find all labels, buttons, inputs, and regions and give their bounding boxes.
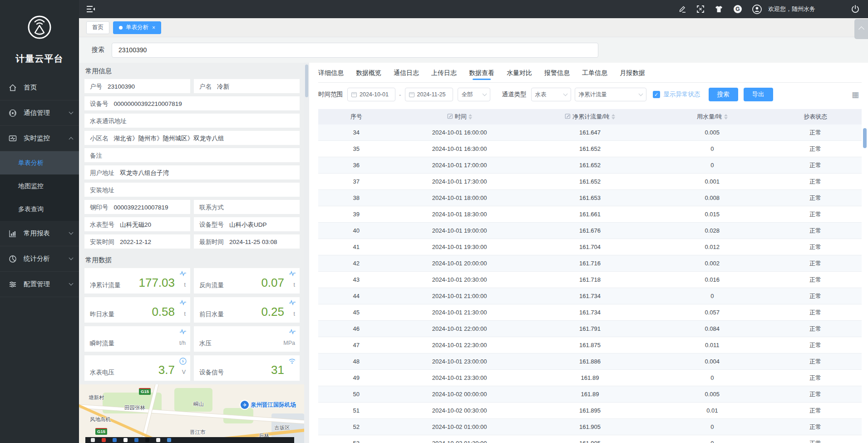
row-time: 2024-10-02 00:00:00 [395,391,525,398]
collapse-sidebar-icon[interactable] [86,5,95,13]
table-row[interactable]: 492024-10-01 23:30:00161.890正常 [318,370,862,386]
detail-tab[interactable]: 数据概览 [356,63,381,83]
edit-icon[interactable] [678,5,686,13]
table-row[interactable]: 462024-10-01 22:00:00161.7910.084正常 [318,321,862,337]
table-row[interactable]: 432024-10-01 20:30:00161.7180.016正常 [318,272,862,288]
user-avatar-icon[interactable] [752,5,762,14]
sort-carets-icon[interactable] [724,114,728,119]
sidebar-item-comm[interactable]: 通信管理 [0,100,79,126]
taskbar-icon[interactable] [167,438,171,442]
table-row[interactable]: 532024-10-02 01:30:00161.9050正常 [318,435,862,443]
row-total-flow: 161.875 [525,342,655,348]
svg-text:G: G [735,6,740,12]
sidebar-item-report[interactable]: 常用报表 [0,221,79,246]
table-column-header[interactable]: 时间 [395,113,525,121]
chevron-down-icon [563,91,567,96]
row-usage: 0.002 [655,260,769,267]
logout-power-icon[interactable] [851,5,860,14]
table-row[interactable]: 442024-10-01 21:00:00161.7340正常 [318,288,862,304]
field-label: 小区名 [90,135,108,142]
tab-single-meter-analysis[interactable]: 单表分析 × [113,21,161,34]
taskbar-icon[interactable] [156,438,160,442]
taskbar-icon[interactable] [102,438,106,442]
stat-value: 31 [271,363,284,377]
sidebar-item-config[interactable]: 配置管理 [0,272,79,297]
os-taskbar [85,437,294,443]
detail-tab[interactable]: 数据查看 [469,63,494,83]
google-icon[interactable]: G [733,5,742,14]
table-row[interactable]: 482024-10-01 23:00:00161.8860.004正常 [318,353,862,370]
map-place-label: 峒山 [193,401,204,408]
table-row[interactable]: 472024-10-01 22:30:00161.8750.011正常 [318,337,862,353]
airport-marker[interactable]: ✈ 泉州晋江国际机场 [241,401,296,409]
sidebar-subitem[interactable]: 单表分析 [0,151,79,174]
location-map[interactable]: 塘新村田园张林峒山风地岛机晋江市后林吉坂区G15G15 ✈ 泉州晋江国际机场 [79,384,304,443]
table-row[interactable]: 502024-10-02 00:00:00161.890.005正常 [318,386,862,403]
date-to-input[interactable]: 2024-11-25 [405,88,453,101]
channel-select-value: 水表 [535,91,547,99]
row-index: 39 [318,211,395,218]
table-scrollbar-thumb[interactable] [863,128,867,148]
table-row[interactable]: 382024-10-01 18:00:00161.6530.008正常 [318,190,862,206]
taskbar-icon[interactable] [145,438,149,442]
info-field: 户号23100390 [84,79,190,93]
scroll-top-button[interactable] [854,19,868,39]
table-row[interactable]: 392024-10-01 18:30:00161.6610.015正常 [318,206,862,223]
tab-home[interactable]: 首页 [86,21,109,34]
row-index: 46 [318,325,395,332]
table-row[interactable]: 342024-10-01 16:00:00161.6470.005正常 [318,124,862,141]
table-row[interactable]: 422024-10-01 20:00:00161.7160.002正常 [318,255,862,272]
theme-shirt-icon[interactable] [715,5,723,13]
table-row[interactable]: 412024-10-01 19:30:00161.7040.012正常 [318,239,862,255]
table-column-header[interactable]: 净累计流量/吨 [525,113,655,121]
search-input[interactable] [112,43,598,58]
sidebar-item-stats[interactable]: 统计分析 [0,246,79,272]
taskbar-icon[interactable] [91,438,95,442]
topbar: G 欢迎您，随州水务 [79,0,868,18]
table-column-header[interactable]: 用水量/吨 [655,113,769,121]
detail-tab[interactable]: 详细信息 [318,63,344,83]
row-time: 2024-10-01 21:30:00 [395,309,525,316]
taskbar-icon[interactable] [123,438,128,442]
metric-select[interactable]: 净累计流量 [575,88,646,101]
row-usage: 0.011 [655,342,769,348]
sort-carets-icon[interactable] [469,114,472,119]
left-panel-scrollbar-thumb[interactable] [305,65,308,97]
close-tab-icon[interactable]: × [152,25,155,31]
sidebar-subitem[interactable]: 地图监控 [0,174,79,198]
detail-tab[interactable]: 报警信息 [544,63,570,83]
edit-column-icon[interactable] [447,113,453,120]
detail-tab[interactable]: 通信日志 [394,63,419,83]
export-button[interactable]: 导出 [744,88,773,101]
sidebar-item-home[interactable]: 首页 [0,75,79,100]
channel-select[interactable]: 水表 [531,88,571,101]
left-panel-scrollbar[interactable] [304,63,309,443]
table-scrollbar[interactable] [863,122,867,441]
table-row[interactable]: 352024-10-01 16:30:00161.6520正常 [318,141,862,157]
table-row[interactable]: 402024-10-01 19:00:00161.6760.028正常 [318,223,862,239]
taskbar-icon[interactable] [134,438,138,442]
taskbar-icon[interactable] [113,438,117,442]
date-from-input[interactable]: 2024-10-01 [347,88,395,101]
edit-column-icon[interactable] [565,113,571,120]
sidebar-subitem[interactable]: 多表查询 [0,198,79,221]
detail-tab[interactable]: 上传日志 [431,63,457,83]
info-field: 户名冷新 [194,79,300,93]
detail-tab[interactable]: 水量对比 [507,63,532,83]
sort-carets-icon[interactable] [612,114,615,119]
show-abnormal-checkbox[interactable]: ✓ [653,91,660,98]
column-settings-icon[interactable]: ▦ [852,90,859,100]
stat-card: 瞬时流量t/h [84,326,190,352]
table-row[interactable]: 372024-10-01 17:30:00161.6520.001正常 [318,174,862,190]
range-select[interactable]: 全部 [458,88,490,101]
table-row[interactable]: 452024-10-01 21:30:00161.7340.057正常 [318,304,862,321]
table-row[interactable]: 522024-10-02 01:00:00161.9050正常 [318,419,862,435]
column-label: 时间 [455,113,467,121]
table-row[interactable]: 362024-10-01 17:00:00161.6520正常 [318,157,862,174]
detail-tab[interactable]: 月报数据 [620,63,645,83]
sidebar-item-monitor[interactable]: 实时监控 [0,126,79,151]
search-button[interactable]: 搜索 [709,88,738,101]
detail-tab[interactable]: 工单信息 [582,63,607,83]
fullscreen-icon[interactable] [696,5,705,13]
table-row[interactable]: 512024-10-02 00:30:00161.8950.01正常 [318,403,862,419]
